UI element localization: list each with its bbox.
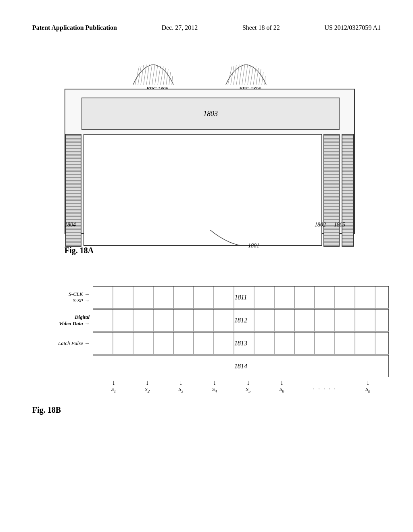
label-1802: 1802 — [315, 222, 326, 228]
timing-box-1814: 1814 — [93, 355, 389, 377]
arrow-down-s1: ↓ — [112, 379, 115, 386]
fig18a-container: FPC 1806 — [40, 56, 389, 258]
timing-row-1812: Digital Video Data → 1812 — [32, 309, 389, 331]
output-s4: ↓ S4 — [212, 379, 217, 393]
dots-label: · · · · · — [313, 386, 337, 393]
arrow-down-s6: ↓ — [280, 379, 284, 386]
output-s3: ↓ S3 — [179, 379, 184, 393]
svg-line-7 — [155, 65, 158, 85]
arrow-down-sn: ↓ — [366, 379, 370, 386]
svg-line-16 — [234, 65, 236, 85]
fpc-fan-left — [129, 64, 177, 85]
timing-row-1814: 1814 — [32, 355, 389, 377]
arrow-1801: 1801 — [206, 226, 286, 250]
timing-box-1813: 1813 — [93, 332, 389, 354]
label-1805: 1805 — [334, 222, 345, 228]
fig18b-container: S-CLK → S-SP → 1811 Digital Video Data →… — [32, 286, 389, 415]
fig18b-label: Fig. 18B — [32, 405, 389, 415]
label-s5: S5 — [246, 386, 250, 393]
svg-text:1801: 1801 — [248, 243, 259, 249]
output-arrows-container: ↓ S1 ↓ S2 ↓ S3 ↓ S4 ↓ S5 ↓ S6 — [32, 379, 389, 393]
arrow-down-s4: ↓ — [213, 379, 216, 386]
svg-line-2 — [141, 65, 144, 85]
page-header: Patent Application Publication Dec. 27, … — [0, 24, 413, 31]
timing-label-dvd: Digital Video Data → — [32, 314, 93, 327]
lcd-panel-1802 — [83, 134, 322, 246]
output-s1: ↓ S1 — [111, 379, 116, 393]
svg-line-23 — [253, 66, 256, 85]
label-sn: Sn — [365, 386, 370, 393]
patent-number: US 2012/0327059 A1 — [324, 24, 381, 31]
svg-line-19 — [242, 64, 245, 85]
timing-box-1811: 1811 — [93, 286, 389, 308]
driver-ic-right-1802 — [323, 134, 340, 247]
arrow-down-s3: ↓ — [179, 379, 183, 386]
timing-box-1812: 1812 — [93, 309, 389, 331]
label-s2: S2 — [145, 386, 150, 393]
timing-number-1813: 1813 — [234, 340, 247, 347]
driver-ic-extra-1805 — [342, 134, 354, 247]
output-s6: ↓ S6 — [280, 379, 284, 393]
output-s2: ↓ S2 — [145, 379, 150, 393]
svg-line-21 — [248, 65, 250, 85]
svg-line-5 — [149, 64, 152, 85]
svg-line-17 — [236, 65, 239, 85]
timing-row-1813: Latch Pulse → 1813 — [32, 332, 389, 354]
driver-ic-left-1804 — [65, 134, 81, 247]
panel-1803-label: 1803 — [203, 110, 218, 118]
svg-line-11 — [166, 69, 168, 85]
fig18a-label: Fig. 18A — [65, 246, 94, 255]
svg-line-22 — [250, 66, 253, 85]
panel-1803: 1803 — [81, 98, 340, 130]
arrow-down-s5: ↓ — [246, 379, 250, 386]
sheet-number: Sheet 18 of 22 — [242, 24, 280, 31]
output-sn: ↓ Sn — [365, 379, 370, 393]
timing-row-1811: S-CLK → S-SP → 1811 — [32, 286, 389, 308]
publication-date: Dec. 27, 2012 — [161, 24, 198, 31]
timing-number-1814: 1814 — [234, 363, 247, 370]
fpc-fan-right — [222, 64, 270, 85]
output-s5: ↓ S5 — [246, 379, 250, 393]
timing-number-1812: 1812 — [234, 317, 247, 324]
svg-line-20 — [245, 65, 248, 85]
output-arrows-row: ↓ S1 ↓ S2 ↓ S3 ↓ S4 ↓ S5 ↓ S6 — [93, 379, 389, 393]
timing-label-sclk: S-CLK → S-SP → — [32, 291, 93, 304]
output-dots: · · · · · — [313, 386, 337, 393]
arrow-down-s2: ↓ — [146, 379, 149, 386]
svg-line-9 — [161, 66, 163, 85]
display-diagram-18a: FPC 1806 — [65, 64, 355, 234]
timing-number-1811: 1811 — [235, 294, 247, 301]
svg-line-8 — [158, 66, 161, 85]
publication-title: Patent Application Publication — [32, 24, 117, 31]
display-outer-border: 1803 — [65, 89, 355, 234]
label-s3: S3 — [179, 386, 184, 393]
label-s6: S6 — [280, 386, 284, 393]
label-s4: S4 — [212, 386, 217, 393]
svg-line-3 — [144, 65, 146, 85]
svg-line-25 — [259, 69, 261, 85]
svg-line-6 — [152, 65, 155, 85]
timing-label-latch: Latch Pulse → — [32, 340, 93, 347]
label-1804: 1804 — [65, 222, 76, 228]
label-s1: S1 — [111, 386, 116, 393]
svg-line-18 — [239, 64, 242, 85]
svg-line-4 — [146, 64, 149, 85]
